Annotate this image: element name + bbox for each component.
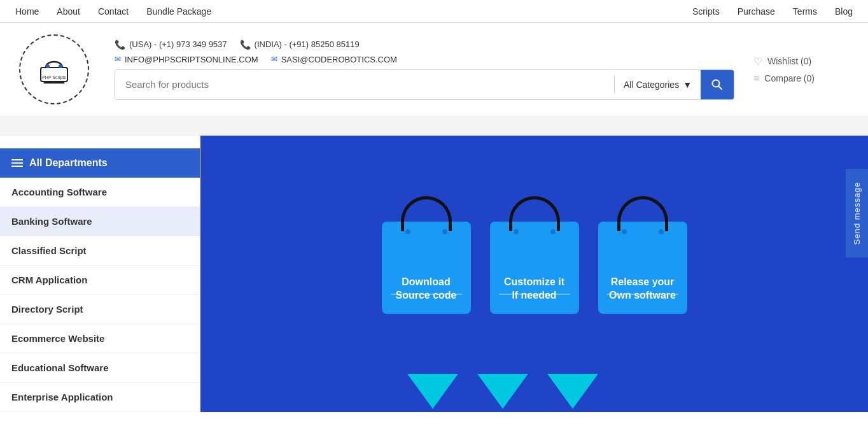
svg-marker-6 (407, 374, 458, 409)
bag-dots-1 (405, 229, 447, 234)
bag-3: Release yourOwn software (598, 222, 687, 314)
nav-blog[interactable]: Blog (832, 1, 855, 22)
bag-dot-right-2 (550, 229, 556, 234)
sidebar-item-enterprise[interactable]: Enterprise Application (0, 383, 200, 412)
sidebar-item-educational[interactable]: Educational Software (0, 353, 200, 383)
bottom-v-shapes (375, 374, 694, 412)
header-actions: ♡ Wishlist (0) ≡ Compare (0) (753, 55, 855, 84)
wishlist-action[interactable]: ♡ Wishlist (0) (753, 55, 855, 67)
phone-india: 📞 (INDIA) - (+91) 85250 85119 (240, 39, 360, 50)
search-bar: All Categories ▼ (115, 69, 734, 100)
svg-marker-7 (477, 374, 528, 409)
bag-shape-1: DownloadSource code (382, 222, 471, 314)
bag-dot-right-1 (442, 229, 447, 234)
sidebar-item-classified[interactable]: Classified Script (0, 236, 200, 266)
gray-separator (0, 117, 868, 136)
nav-terms[interactable]: Terms (790, 1, 820, 22)
sidebar-header: All Departments (0, 148, 200, 178)
svg-point-1 (46, 64, 50, 68)
heart-icon: ♡ (753, 55, 762, 67)
chevron-down-icon: ▼ (683, 80, 692, 90)
site-header: PHP Scripts 📞 (USA) - (+1) 973 349 9537 … (0, 23, 868, 117)
compare-icon: ≡ (753, 73, 759, 84)
bag-dot-right-3 (659, 229, 664, 234)
sidebar-item-banking[interactable]: Banking Software (0, 207, 200, 236)
mail-icon-1: ✉ (115, 55, 121, 64)
svg-text:PHP Scripts: PHP Scripts (42, 75, 66, 80)
svg-marker-8 (547, 374, 598, 409)
bag-label-3: Release yourOwn software (609, 276, 676, 302)
sidebar-item-crm[interactable]: CRM Application (0, 266, 200, 295)
phone-icon-india: 📞 (240, 39, 251, 50)
bag-line-3 (607, 294, 678, 295)
nav-scripts[interactable]: Scripts (690, 1, 722, 22)
bag-shape-3: Release yourOwn software (598, 222, 687, 314)
nav-home[interactable]: Home (13, 1, 41, 22)
bags-container: DownloadSource code Customize itIf neede… (363, 196, 706, 352)
nav-bundle[interactable]: Bundle Package (144, 1, 214, 22)
bag-1: DownloadSource code (382, 222, 471, 314)
sidebar: All Departments Accounting Software Bank… (0, 136, 200, 412)
category-dropdown[interactable]: All Categories ▼ (615, 70, 701, 99)
bag-dot-left-2 (514, 229, 519, 234)
send-message-button[interactable]: Send message (846, 169, 868, 257)
hero-banner: DownloadSource code Customize itIf neede… (200, 136, 868, 412)
phone-usa: 📞 (USA) - (+1) 973 349 9537 (115, 39, 227, 50)
svg-point-2 (59, 64, 62, 68)
header-contact-area: 📞 (USA) - (+1) 973 349 9537 📞 (INDIA) - … (115, 39, 734, 100)
svg-line-5 (719, 86, 722, 89)
menu-icon (11, 159, 23, 167)
bag-dot-left-1 (405, 229, 410, 234)
search-input[interactable] (115, 70, 614, 99)
mail-icon-2: ✉ (271, 55, 277, 64)
sidebar-item-directory[interactable]: Directory Script (0, 295, 200, 324)
nav-contact[interactable]: Contact (95, 1, 131, 22)
search-button[interactable] (701, 70, 734, 99)
nav-purchase[interactable]: Purchase (735, 1, 778, 22)
nav-about[interactable]: About (54, 1, 83, 22)
bag-label-2: Customize itIf needed (504, 276, 564, 302)
phone-icon-usa: 📞 (115, 39, 125, 50)
contact-emails: ✉ INFO@PHPSCRIPTSONLINE.COM ✉ SASI@CODER… (115, 55, 734, 64)
sidebar-item-ecommerce[interactable]: Ecommerce Website (0, 324, 200, 353)
bag-2: Customize itIf needed (490, 222, 579, 314)
bag-line-2 (499, 294, 570, 295)
main-content: All Departments Accounting Software Bank… (0, 136, 868, 412)
top-nav-left: Home About Contact Bundle Package (13, 1, 214, 22)
bag-label-1: DownloadSource code (395, 276, 456, 302)
email-2: ✉ SASI@CODEROBOTICS.COM (271, 55, 397, 64)
sidebar-item-accounting[interactable]: Accounting Software (0, 178, 200, 207)
contact-phones: 📞 (USA) - (+1) 973 349 9537 📞 (INDIA) - … (115, 39, 734, 50)
bag-line-1 (391, 294, 462, 295)
top-navigation: Home About Contact Bundle Package Script… (0, 0, 868, 23)
bag-dots-3 (622, 229, 664, 234)
top-nav-right: Scripts Purchase Terms Blog (690, 1, 855, 22)
logo[interactable]: PHP Scripts (13, 34, 95, 104)
email-1: ✉ INFO@PHPSCRIPTSONLINE.COM (115, 55, 258, 64)
bag-dot-left-3 (622, 229, 627, 234)
bag-dots-2 (514, 229, 556, 234)
compare-action[interactable]: ≡ Compare (0) (753, 73, 855, 84)
bag-shape-2: Customize itIf needed (490, 222, 579, 314)
